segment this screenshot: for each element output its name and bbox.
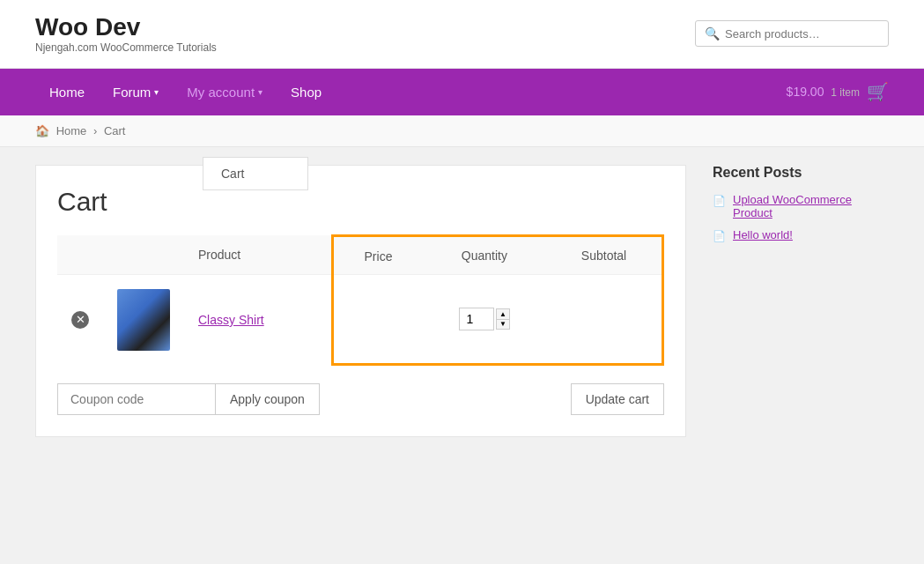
qty-up-button[interactable]: ▲ (496, 308, 510, 319)
page-title: Cart (57, 187, 664, 217)
coupon-input[interactable] (57, 383, 216, 415)
post-list: 📄 Upload WooCommerce Product 📄 Hello wor… (713, 193, 889, 242)
subtotal-cell (546, 274, 662, 365)
list-item: 📄 Upload WooCommerce Product (713, 193, 889, 219)
breadcrumb-current: Cart (104, 124, 126, 137)
col-thumb (103, 235, 184, 274)
site-header: Woo Dev Njengah.com WooCommerce Tutorial… (0, 0, 924, 69)
post-link-upload[interactable]: Upload WooCommerce Product (733, 193, 889, 219)
breadcrumb: 🏠 Home › Cart (0, 115, 924, 147)
table-header-row: Product Price Quantity Subtotal (57, 235, 663, 274)
qty-cell: ▲ ▼ (423, 274, 546, 365)
product-name-cell: Classy Shirt (184, 274, 333, 365)
home-icon: 🏠 (35, 124, 49, 137)
site-tagline: Njengah.com WooCommerce Tutorials (35, 41, 217, 54)
nav-left: Home Forum ▾ My account ▾ Shop (35, 69, 336, 115)
nav-dropdown-cart[interactable]: Cart (203, 157, 308, 190)
qty-down-button[interactable]: ▼ (496, 319, 510, 330)
sidebar-title: Recent Posts (713, 165, 889, 181)
document-icon: 📄 (713, 195, 726, 207)
cart-icon[interactable]: 🛒 (867, 81, 889, 102)
product-link[interactable]: Classy Shirt (198, 313, 264, 327)
col-qty-header: Quantity (423, 235, 546, 274)
site-branding: Woo Dev Njengah.com WooCommerce Tutorial… (35, 14, 217, 54)
sidebar: Recent Posts 📄 Upload WooCommerce Produc… (713, 165, 889, 438)
nav-item-shop[interactable]: Shop (277, 69, 336, 115)
price-cell (333, 274, 423, 365)
apply-coupon-button[interactable]: Apply coupon (216, 383, 320, 415)
chevron-down-icon: ▾ (154, 87, 159, 97)
site-nav: Home Forum ▾ My account ▾ Shop $19.00 1 … (0, 69, 924, 115)
post-link-hello[interactable]: Hello world! (733, 228, 793, 241)
site-title: Woo Dev (35, 14, 217, 41)
document-icon: 📄 (713, 230, 726, 242)
col-price-header: Price (333, 235, 423, 274)
search-icon: 🔍 (705, 26, 720, 41)
remove-cell: ✕ (57, 274, 103, 365)
list-item: 📄 Hello world! (713, 228, 889, 242)
search-box[interactable]: 🔍 (695, 20, 889, 47)
cart-table: Product Price Quantity Subtotal ✕ Classy… (57, 234, 664, 367)
product-thumbnail (117, 289, 170, 351)
quantity-spinner: ▲ ▼ (496, 308, 510, 330)
quantity-wrapper: ▲ ▼ (437, 308, 532, 330)
table-row: ✕ Classy Shirt ▲ (57, 274, 663, 365)
nav-right: $19.00 1 item 🛒 (787, 81, 889, 102)
remove-item-button[interactable]: ✕ (71, 311, 89, 329)
chevron-down-icon: ▾ (258, 87, 262, 97)
nav-item-my-account[interactable]: My account ▾ (173, 69, 277, 115)
content-area: Cart Product Price Quantity Subtotal ✕ (35, 165, 686, 438)
col-subtotal-header: Subtotal (546, 235, 662, 274)
product-thumb-cell (103, 274, 184, 365)
update-cart-button[interactable]: Update cart (571, 383, 664, 415)
col-product-header: Product (184, 235, 333, 274)
breadcrumb-home-link[interactable]: Home (56, 124, 87, 137)
main-content: Cart Product Price Quantity Subtotal ✕ (0, 147, 924, 456)
cart-actions: Apply coupon Update cart (57, 383, 664, 415)
quantity-input[interactable] (459, 308, 494, 330)
nav-item-forum[interactable]: Forum ▾ (99, 69, 173, 115)
search-input[interactable] (725, 27, 879, 41)
nav-item-home[interactable]: Home (35, 69, 99, 115)
cart-price: $19.00 1 item (787, 85, 860, 99)
breadcrumb-separator: › (93, 124, 97, 137)
coupon-area: Apply coupon (57, 383, 320, 415)
col-remove (57, 235, 103, 274)
